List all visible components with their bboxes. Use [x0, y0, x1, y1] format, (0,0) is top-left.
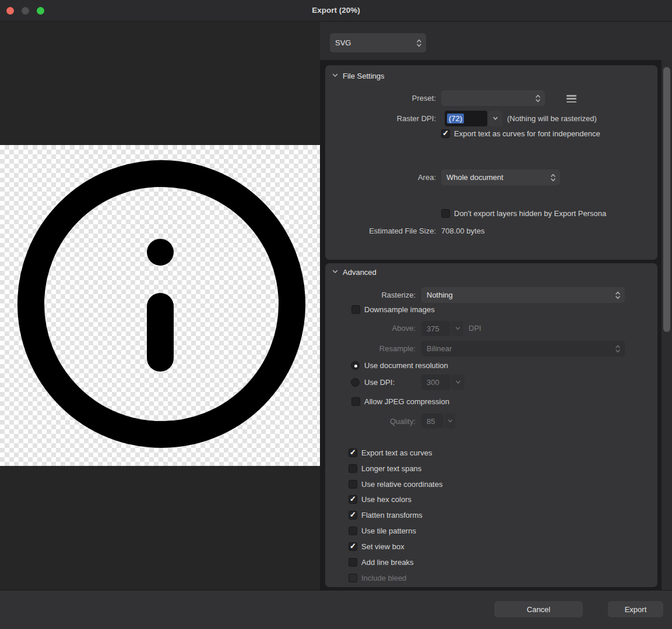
checkbox[interactable] — [349, 558, 357, 567]
checkbox[interactable] — [349, 448, 357, 457]
raster-dpi-dropdown-button[interactable] — [488, 111, 502, 126]
advanced-section: Advanced Rasterize: Nothing Downsample i… — [325, 263, 657, 587]
updown-chevron-icon — [615, 344, 621, 354]
advanced-title[interactable]: Advanced — [343, 268, 377, 277]
option-flatten-transforms[interactable]: Flatten transforms — [325, 511, 657, 520]
quality-value: 85 — [427, 417, 435, 426]
hidden-layers-label[interactable]: Don't export layers hidden by Export Per… — [454, 209, 606, 218]
checkbox[interactable] — [349, 480, 357, 489]
quality-select: 85 — [421, 414, 444, 429]
checkbox[interactable] — [349, 464, 357, 473]
format-select-value: SVG — [335, 38, 351, 47]
export-button[interactable]: Export — [608, 601, 663, 617]
use-dpi-select: 300 — [421, 374, 451, 390]
option-label: Set view box — [361, 542, 404, 552]
preset-label: Preset: — [325, 94, 436, 103]
preset-select[interactable] — [441, 90, 545, 106]
down-chevron-icon — [455, 380, 461, 384]
rasterize-select[interactable]: Nothing — [421, 287, 625, 303]
raster-dpi-note: (Nothing will be rasterized) — [507, 114, 597, 123]
above-dpi-dropdown-button — [452, 321, 463, 336]
cancel-button[interactable]: Cancel — [494, 601, 583, 617]
scrollbar-track[interactable] — [662, 60, 672, 590]
checkbox[interactable] — [349, 495, 357, 504]
updown-chevron-icon — [550, 173, 556, 182]
option-set-view-box[interactable]: Set view box — [325, 542, 657, 552]
above-dpi-select: 375 — [421, 321, 451, 336]
option-use-relative-coordinates[interactable]: Use relative coordinates — [325, 480, 657, 489]
option-label: Use relative coordinates — [361, 480, 442, 489]
option-label: Use hex colors — [361, 495, 411, 504]
option-use-tile-patterns[interactable]: Use tile patterns — [325, 526, 657, 536]
estimated-size-value: 708.00 bytes — [441, 227, 484, 236]
use-dpi-value: 300 — [427, 378, 439, 387]
use-document-resolution-radio[interactable] — [351, 361, 360, 370]
downsample-label[interactable]: Downsample images — [364, 305, 435, 314]
option-include-bleed: Include bleed — [325, 574, 657, 583]
preview-pane — [0, 22, 320, 590]
dialog-footer: Cancel Export — [0, 590, 672, 629]
option-label: Flatten transforms — [361, 511, 423, 520]
quality-dropdown-button — [445, 414, 455, 429]
file-settings-title[interactable]: File Settings — [343, 72, 385, 80]
down-chevron-icon — [455, 327, 460, 330]
disclosure-chevron-icon[interactable] — [332, 270, 338, 274]
option-label: Add line breaks — [361, 558, 414, 567]
file-settings-section: File Settings Preset: Raster DPI: (72) (… — [325, 65, 657, 260]
above-dpi-suffix: DPI — [469, 324, 481, 333]
resample-label: Resample: — [325, 344, 416, 354]
down-chevron-icon — [492, 116, 498, 121]
option-longer-text-spans[interactable]: Longer text spans — [325, 464, 657, 473]
settings-panel: SVG File Settings Preset: Raster DPI: (7… — [320, 22, 672, 590]
format-bar: SVG — [320, 22, 672, 60]
raster-dpi-input[interactable]: (72) — [445, 111, 487, 126]
checkbox — [349, 574, 357, 582]
updown-chevron-icon — [416, 38, 422, 48]
export-curves-label[interactable]: Export text as curves for font independe… — [454, 129, 600, 139]
hidden-layers-checkbox[interactable] — [441, 209, 450, 218]
rasterize-select-value: Nothing — [427, 291, 453, 299]
above-label: Above: — [325, 324, 416, 333]
disclosure-chevron-icon[interactable] — [332, 73, 338, 77]
resample-select: Bilinear — [421, 341, 625, 356]
checkbox[interactable] — [349, 511, 357, 520]
option-label: Use tile patterns — [361, 526, 416, 536]
updown-chevron-icon — [615, 291, 621, 300]
raster-dpi-label: Raster DPI: — [325, 114, 436, 123]
export-curves-checkbox[interactable] — [441, 129, 450, 138]
resample-select-value: Bilinear — [427, 344, 452, 353]
preset-menu-icon[interactable] — [567, 95, 576, 103]
titlebar: Export (20%) — [0, 0, 672, 22]
settings-scroll-area[interactable]: File Settings Preset: Raster DPI: (72) (… — [320, 60, 672, 590]
window-title: Export (20%) — [0, 6, 672, 15]
option-label: Export text as curves — [361, 448, 432, 458]
use-document-resolution-label[interactable]: Use document resolution — [364, 361, 448, 370]
area-select[interactable]: Whole document — [441, 169, 560, 185]
scrollbar-thumb[interactable] — [663, 67, 670, 332]
raster-dpi-selected-text: (72) — [447, 114, 464, 123]
checkbox[interactable] — [349, 542, 357, 551]
info-icon-artwork — [0, 145, 320, 466]
option-label: Include bleed — [361, 574, 406, 583]
export-preview-canvas — [0, 145, 320, 466]
option-export-text-as-curves[interactable]: Export text as curves — [325, 448, 657, 458]
down-chevron-icon — [448, 419, 453, 423]
use-dpi-label[interactable]: Use DPI: — [364, 378, 395, 387]
area-select-value: Whole document — [446, 173, 504, 182]
allow-jpeg-label[interactable]: Allow JPEG compression — [364, 397, 449, 407]
estimated-size-label: Estimated File Size: — [325, 227, 436, 236]
quality-label: Quality: — [325, 417, 416, 426]
above-dpi-value: 375 — [427, 324, 439, 333]
option-label: Longer text spans — [361, 464, 421, 473]
area-label: Area: — [325, 173, 436, 182]
use-dpi-radio[interactable] — [351, 378, 360, 387]
allow-jpeg-checkbox[interactable] — [351, 397, 360, 406]
format-select[interactable]: SVG — [330, 33, 426, 52]
checkbox[interactable] — [349, 526, 357, 535]
option-add-line-breaks[interactable]: Add line breaks — [325, 558, 657, 567]
use-dpi-dropdown-button — [452, 374, 465, 390]
downsample-checkbox[interactable] — [351, 305, 360, 314]
option-use-hex-colors[interactable]: Use hex colors — [325, 495, 657, 504]
export-dialog: Export (20%) SVG File Settings Preset: — [0, 0, 672, 629]
updown-chevron-icon — [535, 94, 541, 103]
